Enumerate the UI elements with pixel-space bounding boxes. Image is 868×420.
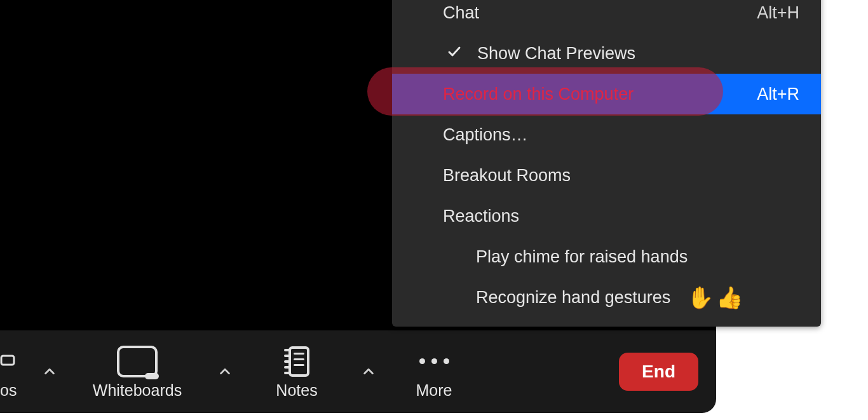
end-meeting-button[interactable]: End	[619, 353, 698, 391]
chevron-up-icon[interactable]	[32, 365, 67, 379]
toolbar-item-partial[interactable]: os	[0, 344, 32, 400]
toolbar-item-whiteboards[interactable]: Whiteboards	[67, 344, 207, 400]
chevron-up-icon[interactable]	[207, 365, 243, 379]
menu-item-breakout-rooms[interactable]: Breakout Rooms	[392, 155, 821, 196]
menu-label-gestures: Recognize hand gestures	[392, 288, 670, 308]
partial-icon	[0, 344, 15, 379]
toolbar-item-more[interactable]: More	[386, 344, 482, 400]
menu-item-captions[interactable]: Captions…	[392, 114, 821, 155]
menu-item-play-chime[interactable]: Play chime for raised hands	[392, 236, 821, 277]
notes-icon	[284, 344, 309, 379]
menu-item-show-chat-previews[interactable]: Show Chat Previews	[392, 33, 821, 74]
toolbar-label-partial: os	[0, 381, 17, 400]
menu-label-show-chat-previews: Show Chat Previews	[392, 44, 635, 64]
menu-item-reactions[interactable]: Reactions	[392, 196, 821, 236]
check-icon	[447, 44, 462, 64]
chevron-up-icon[interactable]	[351, 365, 386, 379]
more-menu: Chat Alt+H Show Chat Previews Record on …	[392, 0, 821, 327]
menu-label-record: Record on this Computer	[392, 85, 634, 104]
svg-rect-0	[1, 356, 14, 365]
menu-item-chat[interactable]: Chat Alt+H	[392, 0, 821, 33]
toolbar-label-more: More	[416, 381, 452, 400]
whiteboard-icon	[117, 344, 158, 379]
menu-label-chime: Play chime for raised hands	[392, 247, 688, 267]
meeting-toolbar: os Whiteboards Notes	[0, 330, 716, 413]
toolbar-item-notes[interactable]: Notes	[243, 344, 351, 400]
menu-label-captions: Captions…	[392, 125, 528, 145]
menu-label-reactions: Reactions	[392, 207, 519, 226]
toolbar-label-notes: Notes	[276, 381, 317, 400]
menu-shortcut-record: Alt+R	[757, 85, 821, 104]
menu-label-chat: Chat	[392, 3, 479, 23]
more-icon	[419, 344, 449, 379]
gesture-emoji-icons: ✋👍	[687, 285, 745, 310]
menu-item-recognize-gestures[interactable]: Recognize hand gestures ✋👍	[392, 277, 821, 318]
menu-shortcut-chat: Alt+H	[757, 3, 821, 23]
toolbar-label-whiteboards: Whiteboards	[93, 381, 182, 400]
menu-item-record[interactable]: Record on this Computer Alt+R	[392, 74, 821, 114]
menu-label-breakout: Breakout Rooms	[392, 166, 571, 186]
